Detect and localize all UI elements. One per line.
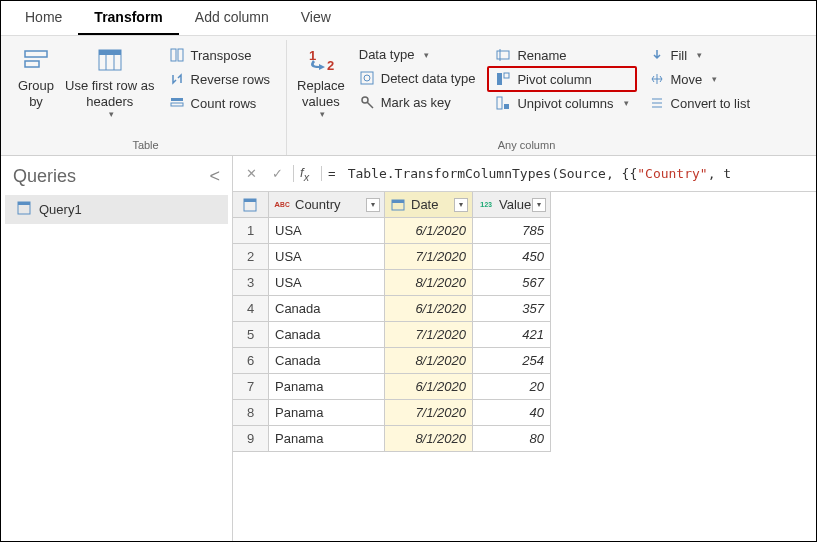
svg-rect-21 xyxy=(504,104,509,109)
queries-sidebar: Queries < Query1 xyxy=(1,156,233,541)
column-filter-button[interactable]: ▾ xyxy=(532,198,546,212)
cell-value[interactable]: 20 xyxy=(473,374,551,400)
transpose-label: Transpose xyxy=(191,48,252,63)
cell-country[interactable]: Panama xyxy=(269,400,385,426)
cell-country[interactable]: Canada xyxy=(269,296,385,322)
cell-date[interactable]: 7/1/2020 xyxy=(385,400,473,426)
column-filter-button[interactable]: ▾ xyxy=(454,198,468,212)
svg-rect-1 xyxy=(25,61,39,67)
table-row[interactable]: 1USA6/1/2020785 xyxy=(233,218,816,244)
column-header-country[interactable]: ABC Country ▾ xyxy=(269,192,385,218)
table-row[interactable]: 6Canada8/1/2020254 xyxy=(233,348,816,374)
group-by-button[interactable]: Group by xyxy=(11,42,61,109)
formula-cancel-button[interactable]: ✕ xyxy=(241,164,261,184)
row-number[interactable]: 7 xyxy=(233,374,269,400)
unpivot-columns-button[interactable]: Unpivot columns ▾ xyxy=(489,92,634,114)
count-rows-button[interactable]: Count rows xyxy=(163,92,276,114)
cell-value[interactable]: 785 xyxy=(473,218,551,244)
formula-input[interactable]: Table.TransformColumnTypes(Source, {{"Co… xyxy=(348,166,732,181)
cell-country[interactable]: Canada xyxy=(269,348,385,374)
column-filter-button[interactable]: ▾ xyxy=(366,198,380,212)
cell-country[interactable]: USA xyxy=(269,270,385,296)
cell-value[interactable]: 450 xyxy=(473,244,551,270)
text-type-icon: ABC xyxy=(273,198,291,212)
tab-home[interactable]: Home xyxy=(9,1,78,35)
cell-date[interactable]: 6/1/2020 xyxy=(385,296,473,322)
cell-value[interactable]: 357 xyxy=(473,296,551,322)
data-type-button[interactable]: Data type ▾ xyxy=(353,44,482,65)
ribbon-group-any-column: 12 Replace values ▾ Data type ▾ Detect d… xyxy=(287,40,766,155)
row-number[interactable]: 5 xyxy=(233,322,269,348)
convert-to-list-button[interactable]: Convert to list xyxy=(643,92,756,114)
queries-title: Queries xyxy=(13,166,76,187)
row-number[interactable]: 9 xyxy=(233,426,269,452)
tab-add-column[interactable]: Add column xyxy=(179,1,285,35)
cell-value[interactable]: 421 xyxy=(473,322,551,348)
column-header-value[interactable]: 123 Value ▾ xyxy=(473,192,551,218)
cell-country[interactable]: Canada xyxy=(269,322,385,348)
column-header-date[interactable]: Date ▾ xyxy=(385,192,473,218)
cell-value[interactable]: 567 xyxy=(473,270,551,296)
rename-button[interactable]: Rename xyxy=(489,44,634,66)
pivot-column-button[interactable]: Pivot column xyxy=(487,66,636,92)
first-row-headers-button[interactable]: Use first row as headers ▾ xyxy=(61,42,159,120)
row-number[interactable]: 4 xyxy=(233,296,269,322)
cell-date[interactable]: 7/1/2020 xyxy=(385,322,473,348)
cell-country[interactable]: Panama xyxy=(269,374,385,400)
table-row[interactable]: 4Canada6/1/2020357 xyxy=(233,296,816,322)
row-number[interactable]: 8 xyxy=(233,400,269,426)
svg-rect-20 xyxy=(497,97,502,109)
number-type-icon: 123 xyxy=(477,198,495,212)
cell-country[interactable]: USA xyxy=(269,218,385,244)
table-row[interactable]: 7Panama6/1/202020 xyxy=(233,374,816,400)
cell-value[interactable]: 40 xyxy=(473,400,551,426)
ribbon-group-any-column-title: Any column xyxy=(293,137,760,155)
replace-values-button[interactable]: 12 Replace values ▾ xyxy=(293,42,349,120)
row-number[interactable]: 1 xyxy=(233,218,269,244)
svg-rect-26 xyxy=(18,202,30,205)
table-headers-icon xyxy=(96,46,124,74)
cell-date[interactable]: 6/1/2020 xyxy=(385,218,473,244)
tab-view[interactable]: View xyxy=(285,1,347,35)
cell-date[interactable]: 7/1/2020 xyxy=(385,244,473,270)
query-item[interactable]: Query1 xyxy=(5,195,228,224)
cell-country[interactable]: Panama xyxy=(269,426,385,452)
tab-transform[interactable]: Transform xyxy=(78,1,178,35)
group-by-label: Group by xyxy=(18,78,54,109)
grid-corner[interactable] xyxy=(233,192,269,218)
fill-button[interactable]: Fill ▾ xyxy=(643,44,756,66)
table-row[interactable]: 8Panama7/1/202040 xyxy=(233,400,816,426)
collapse-sidebar-button[interactable]: < xyxy=(209,166,220,187)
cell-date[interactable]: 8/1/2020 xyxy=(385,270,473,296)
table-row[interactable]: 2USA7/1/2020450 xyxy=(233,244,816,270)
cell-date[interactable]: 8/1/2020 xyxy=(385,426,473,452)
cell-date[interactable]: 6/1/2020 xyxy=(385,374,473,400)
svg-rect-8 xyxy=(171,98,183,101)
row-number[interactable]: 6 xyxy=(233,348,269,374)
ribbon-group-table-title: Table xyxy=(11,137,280,155)
reverse-rows-button[interactable]: Reverse rows xyxy=(163,68,276,90)
table-row[interactable]: 5Canada7/1/2020421 xyxy=(233,322,816,348)
mark-as-key-button[interactable]: Mark as key xyxy=(353,91,482,113)
transpose-icon xyxy=(169,47,185,63)
table-row[interactable]: 9Panama8/1/202080 xyxy=(233,426,816,452)
table-row[interactable]: 3USA8/1/2020567 xyxy=(233,270,816,296)
cell-date[interactable]: 8/1/2020 xyxy=(385,348,473,374)
formula-commit-button[interactable]: ✓ xyxy=(267,164,287,184)
first-row-headers-label: Use first row as headers xyxy=(65,78,155,109)
detect-label: Detect data type xyxy=(381,71,476,86)
cell-country[interactable]: USA xyxy=(269,244,385,270)
svg-rect-16 xyxy=(497,51,509,59)
pivot-label: Pivot column xyxy=(517,72,591,87)
transpose-button[interactable]: Transpose xyxy=(163,44,276,66)
row-number[interactable]: 3 xyxy=(233,270,269,296)
cell-value[interactable]: 254 xyxy=(473,348,551,374)
move-label: Move xyxy=(671,72,703,87)
move-button[interactable]: Move ▾ xyxy=(643,68,756,90)
unpivot-label: Unpivot columns xyxy=(517,96,613,111)
row-number[interactable]: 2 xyxy=(233,244,269,270)
detect-data-type-button[interactable]: Detect data type xyxy=(353,67,482,89)
cell-value[interactable]: 80 xyxy=(473,426,551,452)
group-by-icon xyxy=(22,46,50,74)
mark-as-key-label: Mark as key xyxy=(381,95,451,110)
